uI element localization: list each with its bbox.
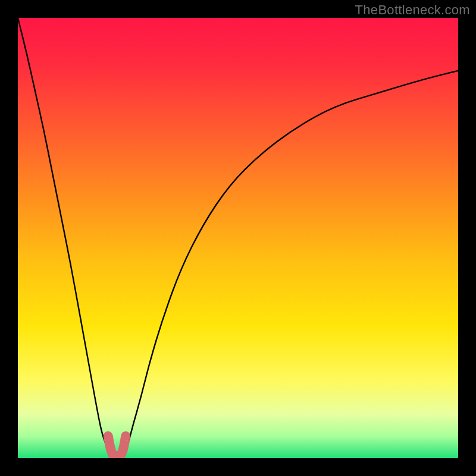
chart-canvas: TheBottleneck.com xyxy=(0,0,476,476)
watermark-text: TheBottleneck.com xyxy=(355,2,470,18)
plot-area xyxy=(18,18,458,458)
background-gradient xyxy=(18,18,458,458)
chart-svg xyxy=(18,18,458,458)
